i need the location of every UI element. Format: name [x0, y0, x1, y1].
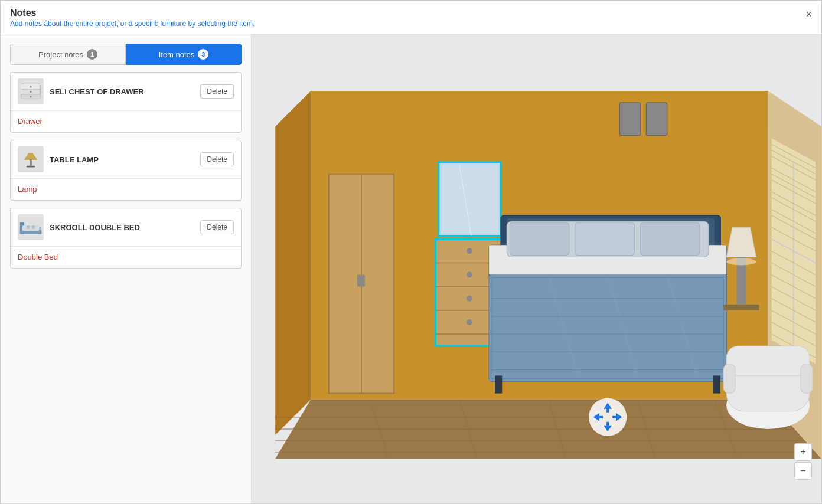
svg-rect-91	[713, 375, 720, 393]
svg-point-67	[467, 296, 472, 302]
notes-title: Notes	[10, 8, 812, 18]
svg-point-4	[30, 86, 32, 88]
svg-rect-101	[801, 364, 813, 393]
item-note-lamp: Lamp	[11, 179, 241, 200]
item-notes-label: Item notes	[159, 50, 195, 59]
svg-rect-70	[442, 165, 498, 234]
item-name-drawer: SELI CHEST OF DRAWER	[50, 87, 194, 96]
svg-rect-106	[606, 422, 609, 430]
item-name-lamp: TABLE LAMP	[50, 155, 194, 164]
item-card-bed-header: SKROOLL DOUBLE BED Delete	[11, 208, 241, 247]
item-thumbnail-drawer	[18, 78, 44, 104]
room-scene[interactable]	[252, 34, 821, 503]
svg-rect-92	[723, 305, 759, 310]
svg-point-5	[30, 91, 32, 93]
svg-point-65	[467, 248, 472, 254]
item-thumbnail-lamp	[18, 146, 44, 172]
item-name-bed: SKROOLL DOUBLE BED	[50, 223, 194, 232]
svg-rect-54	[619, 103, 640, 135]
svg-rect-76	[489, 275, 726, 382]
svg-rect-90	[495, 375, 502, 393]
svg-rect-80	[575, 222, 635, 255]
app-container: Notes Add notes about the entire project…	[0, 0, 822, 504]
item-note-bed: Double Bed	[11, 247, 241, 268]
svg-rect-81	[640, 222, 700, 255]
item-card-lamp-header: TABLE LAMP Delete	[11, 140, 241, 179]
svg-point-66	[467, 272, 472, 278]
item-notes-badge: 3	[198, 49, 208, 60]
project-notes-badge: 1	[87, 49, 97, 60]
svg-rect-9	[27, 166, 35, 168]
item-thumbnail-bed	[18, 214, 44, 240]
project-notes-label: Project notes	[38, 50, 83, 59]
svg-rect-108	[595, 416, 603, 418]
svg-marker-18	[275, 91, 311, 435]
zoom-controls: + −	[794, 443, 812, 480]
bed-icon	[19, 218, 43, 237]
notes-subtitle: Add notes about the entire project, or a…	[10, 19, 812, 28]
tabs-row: Project notes 1 Item notes 3	[10, 44, 242, 65]
tab-item-notes[interactable]: Item notes 3	[126, 44, 242, 65]
svg-point-95	[726, 258, 756, 265]
zoom-in-button[interactable]: +	[794, 443, 812, 461]
zoom-out-button[interactable]: −	[794, 462, 812, 480]
item-card-drawer-header: SELI CHEST OF DRAWER Delete	[11, 73, 241, 111]
svg-rect-110	[612, 416, 621, 418]
svg-rect-55	[646, 103, 667, 135]
svg-rect-100	[723, 364, 735, 393]
delete-button-lamp[interactable]: Delete	[200, 152, 234, 166]
svg-rect-58	[357, 275, 361, 287]
svg-rect-16	[32, 225, 35, 228]
svg-rect-99	[726, 346, 810, 375]
svg-rect-14	[22, 225, 39, 231]
item-card-lamp: TABLE LAMP Delete Lamp	[10, 140, 242, 201]
svg-rect-8	[30, 159, 32, 166]
main-layout: Project notes 1 Item notes 3	[1, 34, 821, 503]
svg-rect-104	[606, 404, 609, 413]
drawer-icon	[20, 82, 41, 101]
delete-button-drawer[interactable]: Delete	[200, 84, 234, 99]
svg-rect-79	[510, 222, 569, 255]
svg-point-6	[30, 96, 32, 98]
close-button[interactable]: ×	[805, 9, 812, 19]
tab-project-notes[interactable]: Project notes 1	[10, 44, 126, 65]
room-scene-svg	[252, 34, 821, 503]
notes-header: Notes Add notes about the entire project…	[1, 1, 821, 34]
lamp-icon	[20, 149, 41, 170]
item-card-drawer: SELI CHEST OF DRAWER Delete Drawer	[10, 72, 242, 133]
svg-marker-7	[24, 153, 37, 159]
left-panel: Project notes 1 Item notes 3	[1, 34, 252, 503]
item-note-drawer: Drawer	[11, 111, 241, 132]
right-panel: + −	[252, 34, 821, 503]
delete-button-bed[interactable]: Delete	[200, 220, 234, 234]
svg-point-68	[467, 319, 472, 325]
svg-rect-15	[27, 225, 30, 228]
item-card-bed: SKROOLL DOUBLE BED Delete Double Bed	[10, 208, 242, 269]
svg-rect-59	[361, 275, 365, 287]
